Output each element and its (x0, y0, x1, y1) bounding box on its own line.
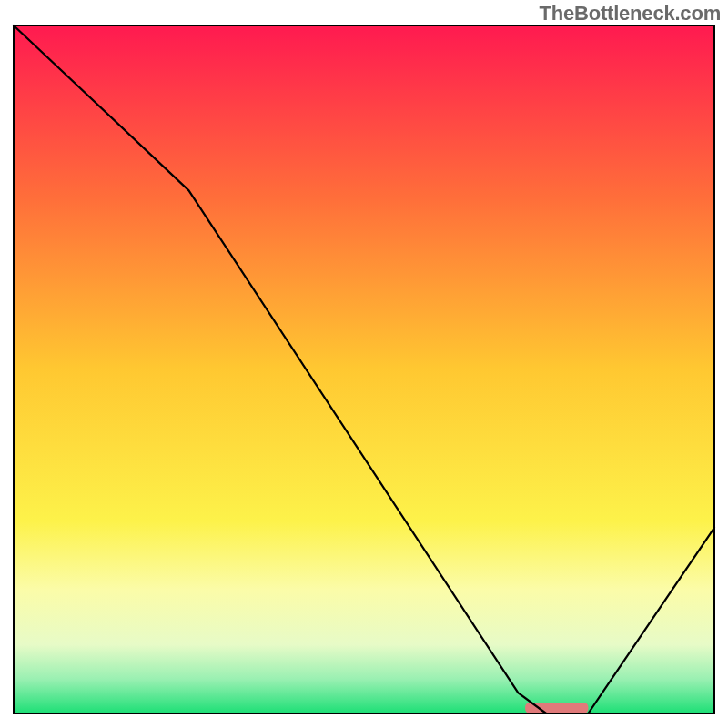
chart-svg (0, 0, 728, 728)
chart-background (14, 25, 714, 713)
